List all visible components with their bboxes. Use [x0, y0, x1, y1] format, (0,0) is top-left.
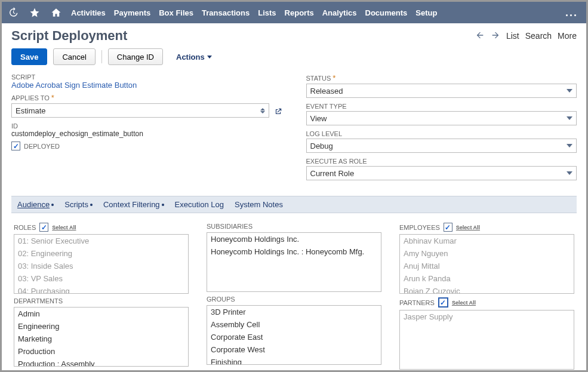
home-icon[interactable]	[50, 6, 63, 19]
employees-selectall-link[interactable]: Select All	[456, 225, 480, 230]
header-list-link[interactable]: List	[506, 31, 519, 41]
tab-executionlog[interactable]: Execution Log	[175, 200, 224, 209]
roles-listbox[interactable]: 01: Senior Executive 02: Engineering 03:…	[14, 234, 189, 294]
changeid-button[interactable]: Change ID	[108, 48, 163, 65]
loglevel-value: Debug	[310, 142, 333, 150]
employees-listbox[interactable]: Abhinav Kumar Amy Nguyen Anuj Mittal Aru…	[399, 234, 574, 294]
eventtype-label: EVENT TYPE	[306, 103, 577, 110]
tab-systemnotes[interactable]: System Notes	[235, 200, 283, 209]
header-more-link[interactable]: More	[558, 31, 577, 41]
tab-scripts[interactable]: Scripts	[64, 200, 93, 209]
loglevel-label: LOG LEVEL	[306, 130, 577, 137]
nav-reports[interactable]: Reports	[285, 8, 314, 17]
dot-icon	[162, 204, 164, 206]
status-value: Released	[310, 87, 343, 96]
star-icon[interactable]	[28, 6, 41, 19]
groups-label: GROUPS	[207, 296, 235, 303]
eventtype-value: View	[310, 114, 327, 123]
id-value: customdeploy_echosign_estimate_button	[11, 130, 282, 138]
departments-label: DEPARTMENTS	[14, 297, 63, 305]
id-label: ID	[11, 122, 282, 130]
caret-down-icon	[567, 171, 572, 175]
nav-analytics[interactable]: Analytics	[322, 8, 357, 17]
appliesto-value: Estimate	[16, 106, 46, 115]
history-icon[interactable]	[7, 6, 20, 19]
list-item[interactable]: Anuj Mittal	[400, 260, 574, 272]
page-title: Script Deployment	[11, 28, 475, 44]
groups-listbox[interactable]: 3D Printer Assembly Cell Corporate East …	[207, 305, 381, 365]
back-arrow-icon[interactable]	[475, 30, 485, 42]
list-item[interactable]: 03: Inside Sales	[14, 260, 188, 272]
nav-boxfiles[interactable]: Box Files	[159, 8, 193, 17]
eventtype-select[interactable]: View	[306, 111, 577, 125]
subsidiaries-listbox[interactable]: Honeycomb Holdings Inc. Honeycomb Holdin…	[207, 232, 381, 292]
tab-bar: Audience Scripts Context Filtering Execu…	[11, 196, 577, 213]
top-nav: Activities Payments Box Files Transactio…	[2, 2, 586, 23]
deployed-checkbox[interactable]	[11, 142, 20, 150]
list-item[interactable]: Admin	[14, 308, 188, 320]
save-button[interactable]: Save	[11, 48, 47, 65]
list-item[interactable]: 03: VP Sales	[14, 272, 188, 285]
list-item[interactable]: Honeycomb Holdings Inc. : Honeycomb Mfg.	[207, 245, 381, 258]
status-select[interactable]: Released	[306, 84, 577, 98]
list-item[interactable]: 01: Senior Executive	[14, 235, 188, 247]
forward-arrow-icon[interactable]	[491, 30, 500, 42]
list-item[interactable]: 02: Engineering	[14, 247, 188, 260]
actions-menu[interactable]: Actions	[176, 53, 212, 62]
nav-setup[interactable]: Setup	[415, 8, 437, 17]
header-search-link[interactable]: Search	[525, 31, 552, 41]
tab-contextfiltering[interactable]: Context Filtering	[103, 200, 164, 209]
partners-selectall-checkbox[interactable]	[438, 297, 448, 308]
list-item[interactable]: Honeycomb Holdings Inc.	[207, 233, 381, 245]
appliesto-select[interactable]: Estimate	[11, 103, 269, 118]
list-item[interactable]: 04: Purchasing	[14, 285, 188, 294]
deployed-label: DEPLOYED	[24, 143, 60, 150]
employees-selectall-checkbox[interactable]	[444, 223, 452, 232]
nav-activities[interactable]: Activities	[71, 8, 106, 17]
partners-listbox[interactable]: Jasper Supply	[399, 310, 574, 370]
dot-icon	[90, 204, 93, 206]
caret-down-icon	[207, 56, 212, 59]
script-label: SCRIPT	[11, 73, 282, 81]
list-item[interactable]: Corporate East	[207, 331, 381, 343]
roles-label: ROLES	[14, 224, 36, 231]
script-link[interactable]: Adobe Acrobat Sign Estimate Button	[11, 81, 282, 90]
roles-selectall-checkbox[interactable]	[39, 223, 48, 232]
list-item[interactable]: Bojan Z Cuzovic	[400, 285, 574, 294]
nav-transactions[interactable]: Transactions	[202, 8, 250, 17]
list-item[interactable]: Corporate West	[207, 343, 381, 356]
caret-down-icon	[567, 89, 572, 93]
appliesto-label: APPLIES TO *	[11, 93, 282, 102]
loglevel-select[interactable]: Debug	[306, 139, 577, 153]
nav-lists[interactable]: Lists	[258, 8, 276, 17]
list-item[interactable]: Production	[14, 345, 188, 358]
list-item[interactable]: Marketing	[14, 333, 188, 345]
departments-listbox[interactable]: Admin Engineering Marketing Production P…	[14, 307, 189, 367]
list-item[interactable]: Jasper Supply	[400, 310, 574, 323]
cancel-button[interactable]: Cancel	[53, 48, 95, 65]
executerole-label: EXECUTE AS ROLE	[306, 158, 577, 165]
list-item[interactable]: Engineering	[14, 320, 188, 333]
subsidiaries-label: SUBSIDIARIES	[207, 223, 253, 230]
list-item[interactable]: 3D Printer	[207, 306, 381, 318]
roles-selectall-link[interactable]: Select All	[52, 225, 76, 230]
nav-documents[interactable]: Documents	[365, 8, 408, 17]
nav-more-icon[interactable]: ...	[562, 7, 581, 19]
list-item[interactable]: Finishing	[207, 356, 381, 365]
list-item[interactable]: Arun k Panda	[400, 272, 574, 285]
partners-label: PARTNERS	[399, 299, 435, 306]
nav-payments[interactable]: Payments	[114, 8, 150, 17]
caret-down-icon	[567, 144, 572, 147]
popout-icon[interactable]	[274, 107, 282, 118]
actions-label: Actions	[176, 53, 205, 62]
status-label: STATUS *	[306, 73, 577, 82]
partners-selectall-link[interactable]: Select All	[452, 300, 476, 306]
employees-label: EMPLOYEES	[399, 224, 440, 231]
tab-audience[interactable]: Audience	[17, 200, 54, 209]
list-item[interactable]: Assembly Cell	[207, 318, 381, 331]
list-item[interactable]: Amy Nguyen	[400, 247, 574, 260]
updown-icon	[260, 108, 265, 113]
list-item[interactable]: Production : Assembly	[14, 358, 188, 367]
list-item[interactable]: Abhinav Kumar	[400, 235, 574, 247]
executerole-select[interactable]: Current Role	[306, 166, 577, 180]
